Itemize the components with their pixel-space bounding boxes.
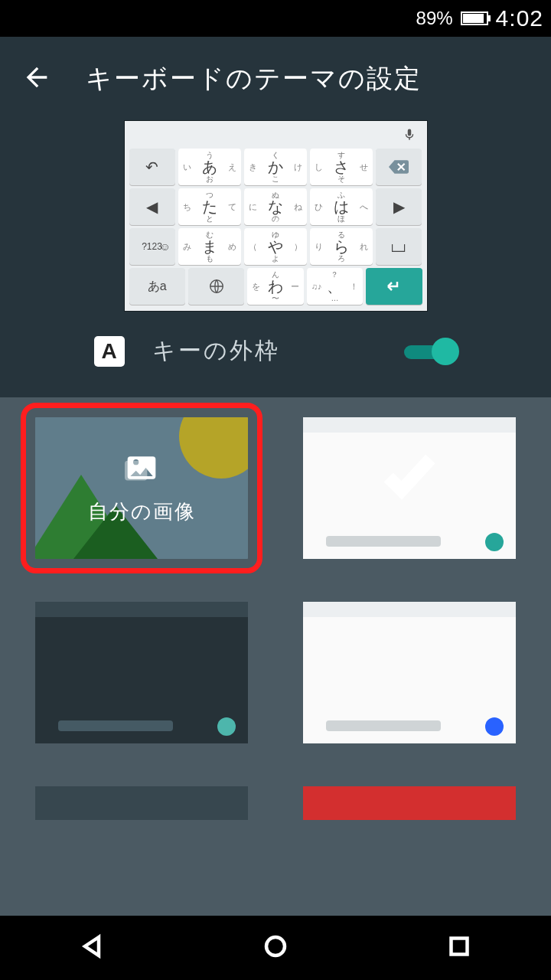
status-bar: 89% 4:02 [0, 0, 551, 37]
page-title: キーボードのテーマの設定 [86, 61, 422, 96]
key-right: ▶ [376, 188, 422, 225]
status-clock: 4:02 [496, 5, 543, 31]
key-backspace [376, 149, 422, 185]
key-enter [366, 268, 422, 305]
theme-dark[interactable] [35, 602, 248, 743]
theme-gray[interactable] [35, 786, 248, 820]
key-space: ⌴ [376, 228, 422, 265]
app-header: キーボードのテーマの設定 [0, 37, 551, 121]
key-ya: ゆ（や）よ [244, 228, 307, 265]
nav-home-button[interactable] [262, 933, 289, 963]
key-border-label: キーの外枠 [152, 335, 280, 367]
key-ta: つちたてと [178, 188, 241, 225]
theme-light-selected[interactable] [303, 417, 516, 559]
image-icon [125, 451, 158, 488]
key-ka: くきかけこ [244, 149, 307, 185]
nav-recent-button[interactable] [445, 933, 473, 963]
key-border-setting-row: A キーの外枠 [0, 332, 551, 397]
keyboard-preview: ↶ ういあえお くきかけこ すしさせそ ◀ つちたてと ぬになねの ふひはへほ … [0, 121, 551, 332]
key-undo: ↶ [129, 149, 175, 185]
key-ma: むみまめも [178, 228, 241, 265]
key-ha: ふひはへほ [310, 188, 373, 225]
theme-grid: 自分の画像 [0, 397, 551, 916]
key-border-switch[interactable] [404, 338, 458, 365]
keyboard-mic-icon [125, 121, 427, 149]
battery-icon [461, 11, 488, 25]
svg-rect-11 [125, 461, 147, 481]
theme-red[interactable] [303, 786, 516, 820]
svg-rect-13 [452, 939, 468, 955]
key-ra: るりられろ [310, 228, 373, 265]
key-sa: すしさせそ [310, 149, 373, 185]
key-na: ぬになねの [244, 188, 307, 225]
theme-light-blue[interactable] [303, 602, 516, 743]
a-badge-icon: A [94, 336, 125, 367]
key-left: ◀ [129, 188, 175, 225]
key-wa: んをわー〜 [247, 268, 303, 305]
key-a: ういあえお [178, 149, 241, 185]
battery-percentage: 89% [416, 8, 453, 29]
theme-custom-image-label: 自分の画像 [88, 498, 196, 525]
svg-point-12 [266, 937, 285, 956]
nav-back-button[interactable] [78, 933, 106, 963]
key-globe [188, 268, 244, 305]
system-nav-bar [0, 916, 551, 980]
back-button[interactable] [21, 62, 52, 96]
key-symbols: ?123☺ [129, 228, 175, 265]
theme-custom-image[interactable]: 自分の画像 [35, 417, 248, 559]
key-punct: ？♫♪、！… [307, 268, 363, 305]
key-aa-mode: あa [129, 268, 185, 305]
